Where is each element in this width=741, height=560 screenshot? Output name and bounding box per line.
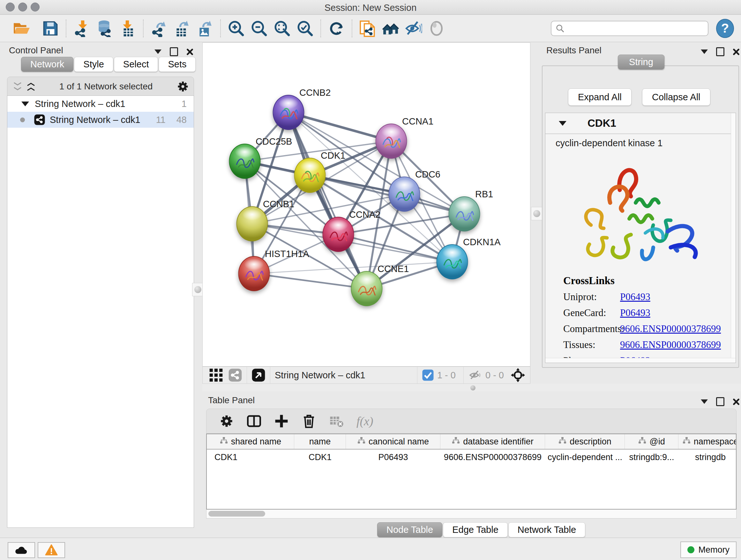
- function-builder-icon: f(x): [356, 414, 374, 428]
- cell-canonical-name[interactable]: P06493: [346, 449, 441, 465]
- tab-sets[interactable]: Sets: [158, 57, 196, 72]
- home-pages-button[interactable]: [382, 19, 400, 37]
- network-canvas[interactable]: CCNB2CCNA1CDC25BCDK1CDC6RB1CCNB1CCNA2CDK…: [202, 43, 530, 367]
- crosslink-link[interactable]: 9606.ENSP00000378699: [620, 323, 721, 334]
- cell-@id[interactable]: stringdb:9...: [625, 449, 678, 465]
- results-horizontal-scrollbar[interactable]: [545, 358, 736, 363]
- tab-select[interactable]: Select: [114, 57, 158, 72]
- warnings-button[interactable]: [38, 542, 65, 558]
- node-CDK1[interactable]: [294, 158, 326, 193]
- import-table-button[interactable]: [119, 19, 137, 37]
- panel-menu-icon[interactable]: [154, 50, 161, 54]
- crosslink-link[interactable]: P06493: [620, 291, 650, 303]
- toolbar-divider: [143, 19, 144, 37]
- node-CCNA1[interactable]: [376, 124, 407, 159]
- collapse-all-button[interactable]: Collapse All: [642, 88, 711, 106]
- open-in-browser-button[interactable]: [359, 19, 377, 37]
- column-header-name[interactable]: name: [294, 434, 346, 449]
- cell-namespace[interactable]: stringdb: [678, 449, 737, 465]
- node-CCNA2[interactable]: [323, 217, 354, 252]
- node-CDC6[interactable]: [389, 177, 420, 212]
- network-collection-row[interactable]: String Network – cdk1 1: [7, 96, 194, 112]
- tab-string[interactable]: String: [618, 55, 664, 70]
- toolbar-divider: [320, 19, 321, 37]
- search-input[interactable]: [568, 22, 704, 35]
- edge-HIST1H1A-CCNE1[interactable]: [254, 273, 367, 289]
- show-columns-icon[interactable]: [247, 414, 261, 428]
- right-splitter-handle[interactable]: [531, 207, 542, 220]
- network-options-gear-icon[interactable]: [177, 80, 189, 93]
- cloud-status-button[interactable]: [8, 542, 35, 558]
- column-label: database identifier: [463, 437, 534, 447]
- zoom-selected-button[interactable]: [296, 19, 314, 37]
- search-field[interactable]: [551, 21, 709, 36]
- node-CCNB2[interactable]: [273, 95, 305, 130]
- column-header-database-identifier[interactable]: database identifier: [441, 434, 545, 449]
- column-header-namespace[interactable]: namespace: [678, 434, 737, 449]
- cell-name[interactable]: CDK1: [294, 449, 346, 465]
- help-button[interactable]: ?: [716, 19, 734, 38]
- share-view-icon[interactable]: [228, 368, 242, 382]
- birdseye-view-icon[interactable]: [252, 368, 266, 382]
- tab-style[interactable]: Style: [74, 57, 113, 72]
- zoom-out-button[interactable]: [250, 19, 268, 37]
- node-HIST1H1A[interactable]: [239, 256, 270, 291]
- gene-collapse-icon[interactable]: [559, 121, 566, 126]
- collapse-all-networks-icon[interactable]: [26, 82, 36, 91]
- column-header-shared-name[interactable]: shared name: [207, 434, 294, 449]
- tab-network-table[interactable]: Network Table: [509, 522, 585, 537]
- tab-node-table[interactable]: Node Table: [377, 522, 442, 537]
- node-RB1[interactable]: [449, 196, 480, 232]
- network-row-selected[interactable]: String Network – cdk1 11 48: [7, 112, 194, 128]
- node-CDKN1A[interactable]: [436, 244, 468, 279]
- create-column-plus-icon[interactable]: [274, 414, 289, 428]
- export-network-button[interactable]: [150, 19, 168, 37]
- node-CCNE1[interactable]: [351, 271, 383, 306]
- horizontal-splitter[interactable]: [202, 384, 741, 391]
- import-network-from-database-button[interactable]: [96, 19, 114, 37]
- tab-network[interactable]: Network: [21, 57, 73, 72]
- close-panel-icon[interactable]: [186, 48, 193, 55]
- node-CDC25B[interactable]: [229, 144, 261, 179]
- open-session-button[interactable]: [13, 19, 30, 37]
- cell-shared-name[interactable]: CDK1: [207, 449, 294, 465]
- tab-edge-table[interactable]: Edge Table: [443, 522, 508, 537]
- expand-all-networks-icon[interactable]: [13, 82, 22, 91]
- refresh-view-button[interactable]: [327, 19, 345, 37]
- hide-unhide-button[interactable]: [405, 19, 422, 37]
- node-CCNB1[interactable]: [237, 206, 268, 241]
- cell-description[interactable]: cyclin-dependent ...: [545, 449, 625, 465]
- import-network-button[interactable]: [73, 19, 91, 37]
- column-header-canonical-name[interactable]: canonical name: [346, 434, 441, 449]
- crosslink-link[interactable]: 9606.ENSP00000378699: [620, 339, 721, 351]
- expand-all-button[interactable]: Expand All: [568, 88, 631, 106]
- export-image-button[interactable]: [196, 19, 214, 37]
- edge-CCNB2-CCNE1[interactable]: [288, 112, 367, 289]
- table-horizontal-scrollbar[interactable]: [206, 509, 737, 518]
- results-vertical-scrollbar[interactable]: [731, 113, 736, 363]
- memory-button[interactable]: Memory: [680, 542, 737, 558]
- show-eye-button[interactable]: [428, 19, 446, 37]
- collection-expand-icon[interactable]: [21, 102, 29, 106]
- delete-column-trash-icon[interactable]: [301, 414, 316, 428]
- grid-view-icon[interactable]: [209, 368, 223, 382]
- zoom-in-button[interactable]: [227, 19, 245, 37]
- shared-column-icon: [638, 437, 646, 447]
- crosslink-link[interactable]: P06493: [620, 307, 650, 319]
- results-panel: String Expand All Collapse All CDK1 cycl…: [541, 43, 741, 384]
- cell-database-identifier[interactable]: 9606.ENSP00000378699: [441, 449, 545, 465]
- splitter-handle-dot[interactable]: [470, 385, 475, 390]
- save-session-button[interactable]: [42, 19, 59, 37]
- export-table-button[interactable]: [173, 19, 191, 37]
- table-options-gear-icon[interactable]: [219, 414, 234, 428]
- zoom-fit-button[interactable]: [273, 19, 291, 37]
- gene-header-row[interactable]: CDK1: [545, 113, 736, 134]
- column-header-description[interactable]: description: [545, 434, 625, 449]
- column-header-@id[interactable]: @id: [625, 434, 678, 449]
- left-splitter-handle[interactable]: [192, 283, 204, 296]
- table-row[interactable]: CDK1CDK1P064939606.ENSP00000378699cyclin…: [207, 449, 736, 465]
- collection-count: 1: [182, 99, 187, 109]
- fit-content-crosshair-icon[interactable]: [510, 368, 526, 383]
- selected-checkbox-icon[interactable]: [422, 369, 434, 381]
- float-panel-icon[interactable]: [170, 47, 178, 56]
